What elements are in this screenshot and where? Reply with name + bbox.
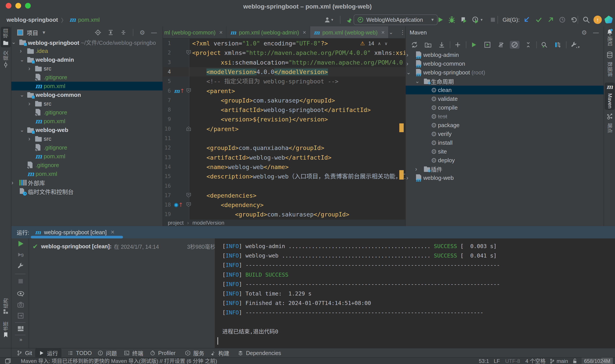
run-with-coverage-icon[interactable] [460, 13, 468, 26]
maven-tree-item-生命周期[interactable]: ⌄⚙生命周期 [406, 77, 603, 86]
run-config-selector[interactable]: WeblogWebApplication▼ [354, 14, 438, 25]
tool-button-endpoints[interactable]: 端点 [605, 112, 615, 134]
git-commit-icon[interactable] [535, 13, 543, 26]
maven-tree-item-package[interactable]: ⚙package [406, 121, 603, 130]
memory-indicator[interactable]: 658/1024M [582, 358, 613, 364]
layout-settings-icon[interactable] [17, 325, 25, 333]
tool-window-button-dependencies[interactable]: Dependencies [234, 348, 285, 358]
project-tree-item-pom.xml[interactable]: mpom.xml [12, 117, 162, 126]
file-encoding[interactable]: UTF-8 [505, 358, 520, 364]
chevron-right-icon[interactable]: › [406, 52, 408, 58]
project-settings-gear-icon[interactable]: ⚙ [139, 29, 145, 36]
maven-tree-item-verify[interactable]: ⚙verify [406, 130, 603, 138]
status-message[interactable]: Maven 导入: 项目已迁移到新的更快的 Maven 导入(测试版) // 打… [21, 358, 217, 364]
soft-wrap-eye-icon[interactable] [17, 290, 25, 298]
close-tab-icon[interactable]: ✕ [381, 30, 385, 35]
project-tree-item-pom.xml[interactable]: mpom.xml [12, 152, 162, 161]
user-avatar-icon[interactable]: ▾ [324, 13, 333, 26]
chevron-right-icon[interactable]: › [20, 48, 22, 54]
tool-button-database[interactable]: 数据库 [605, 50, 615, 78]
search-maven-goal-icon[interactable] [539, 41, 549, 49]
git-rollback-icon[interactable] [570, 13, 577, 26]
profile-run-icon[interactable]: ▾ [472, 13, 482, 26]
chevron-right-icon[interactable]: › [28, 100, 30, 107]
maven-reimport-icon[interactable] [410, 41, 419, 49]
breadcrumb-project[interactable]: weblog-springboot [7, 16, 58, 23]
tool-window-button-问题[interactable]: 问题 [94, 348, 120, 358]
warning-count[interactable]: 14 [368, 40, 374, 47]
project-panel-title[interactable]: 项目 [27, 28, 38, 37]
project-tree-item-pom.xml[interactable]: mpom.xml [12, 82, 162, 91]
fold-marker-icon[interactable] [186, 88, 191, 93]
import-into-editor-icon[interactable] [17, 312, 25, 320]
close-tab-icon[interactable]: ✕ [219, 30, 223, 35]
project-tree-item-weblog-admin[interactable]: ⌄weblog-admin [12, 55, 162, 64]
tabs-dropdown-icon[interactable]: ⌄ [389, 29, 393, 35]
dependency-gutter-icon[interactable]: ↑ [174, 200, 183, 210]
more-options-icon[interactable]: » [17, 336, 25, 344]
caret-position[interactable]: 53:1 [479, 358, 489, 364]
add-maven-project-icon[interactable] [453, 41, 463, 49]
maven-tree-item-weblog-common[interactable]: ›mweblog-common [406, 59, 603, 68]
breadcrumb-item-project[interactable]: project [168, 220, 184, 226]
maven-collapse-all-icon[interactable] [523, 41, 533, 49]
fold-marker-icon[interactable] [186, 50, 191, 55]
close-tab-icon[interactable]: ✕ [302, 30, 306, 35]
project-tree-item-.gitignore[interactable]: .gitignore [12, 73, 162, 82]
project-tree-item-.gitignore[interactable]: .gitignore [12, 161, 162, 169]
run-tab-close-icon[interactable]: ✕ [110, 229, 114, 235]
next-warning-icon[interactable]: ∨ [384, 41, 388, 46]
maven-reload-sources-icon[interactable] [423, 41, 433, 49]
tool-window-button-todo[interactable]: TODO [64, 348, 95, 358]
fold-marker-icon[interactable] [186, 126, 191, 131]
maven-tree-item-test[interactable]: ⚙test [406, 112, 603, 121]
maven-parent-pom-icon[interactable]: m↑ [174, 86, 185, 96]
editor-tab-2[interactable]: mpom.xml (weblog-admin)✕ [227, 26, 310, 39]
prev-warning-icon[interactable]: ∧ [378, 41, 381, 46]
chevron-right-icon[interactable]: › [12, 179, 13, 186]
chevron-right-icon[interactable]: › [28, 65, 30, 72]
project-view-chevron-icon[interactable]: ▼ [42, 30, 46, 35]
run-settings-wrench-icon[interactable] [17, 262, 25, 270]
tool-window-button-构建[interactable]: 构建 [206, 348, 233, 358]
maven-wrench-icon[interactable]: ▾ [569, 41, 579, 49]
chevron-right-icon[interactable]: › [415, 166, 417, 173]
tool-button-bookmarks[interactable]: 书签 [1, 320, 11, 339]
git-push-icon[interactable] [547, 13, 554, 26]
chevron-down-icon[interactable]: ⌄ [20, 92, 24, 98]
skip-tests-icon[interactable] [496, 41, 506, 49]
fold-marker-icon[interactable] [186, 193, 191, 198]
chevron-down-icon[interactable]: ⌄ [415, 78, 419, 84]
project-tree-item-.gitignore[interactable]: .gitignore [12, 143, 162, 152]
indent-setting[interactable]: 4 个空格 [525, 358, 546, 364]
chevron-down-icon[interactable]: ⌄ [20, 127, 24, 133]
ide-sphere-icon[interactable] [604, 13, 613, 26]
tool-button-project[interactable]: 项目 [1, 27, 11, 47]
rerun-failed-tests-icon[interactable]: 9 [17, 251, 25, 259]
maven-tree-item-validate[interactable]: ⚙validate [406, 94, 603, 103]
project-tree-item-.gitignore[interactable]: .gitignore [12, 108, 162, 117]
breadcrumb-file[interactable]: pom.xml [78, 16, 100, 23]
project-tree-item-src[interactable]: ›src [12, 64, 162, 73]
git-update-icon[interactable] [523, 13, 531, 26]
collapse-all-icon[interactable] [120, 29, 127, 36]
maven-tree-item-clean[interactable]: ⚙clean [406, 86, 603, 94]
project-tree-item-src[interactable]: ›src [12, 99, 162, 108]
tool-window-button-git[interactable]: Git [13, 348, 36, 358]
tool-button-notifications[interactable]: 通知 [605, 27, 615, 47]
tool-button-structure[interactable]: 结构 [1, 297, 11, 316]
tabs-menu-icon[interactable]: ⋮ [400, 29, 405, 36]
tool-window-button-服务[interactable]: 服务 [181, 348, 208, 358]
maven-tree-item-weblog-admin[interactable]: ›mweblog-admin [406, 51, 603, 59]
project-tree-item-pom.xml[interactable]: mpom.xml [12, 169, 162, 178]
run-tab-label[interactable]: weblog-springboot [clean] [44, 229, 107, 235]
project-tree-item-weblog-springboot[interactable]: ⌄weblog-springboot ~/文件/Code/weblog-spri… [12, 38, 162, 47]
maven-tree-item-weblog-springboot[interactable]: ⌄mweblog-springboot (root) [406, 68, 603, 77]
update-available-icon[interactable]: ↑ [593, 13, 602, 26]
hide-project-panel-icon[interactable]: — [151, 29, 157, 36]
tool-window-button-profiler[interactable]: Profiler [146, 348, 179, 358]
tool-window-button-运行[interactable]: 运行 [35, 348, 62, 358]
project-tree-item-src[interactable]: ›src [12, 134, 162, 143]
chevron-down-icon[interactable]: ⌄ [406, 69, 411, 76]
maven-settings-gear-icon[interactable]: ⚙ [581, 29, 587, 36]
